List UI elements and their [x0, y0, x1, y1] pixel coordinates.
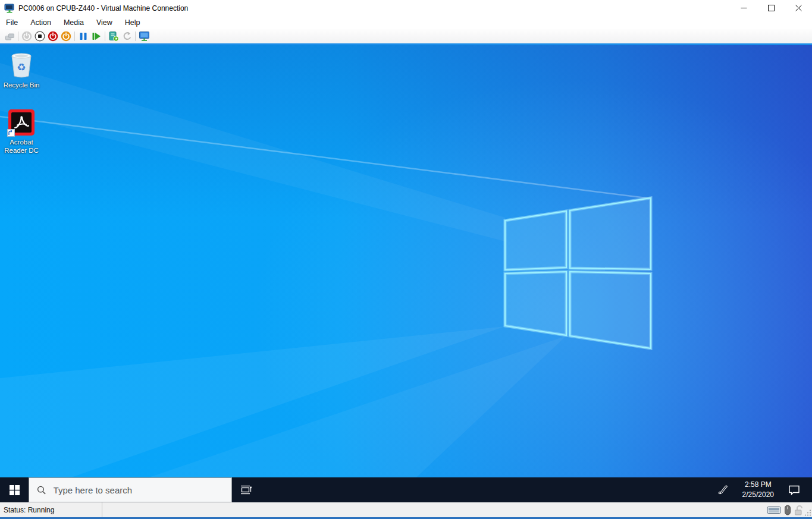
revert-icon [122, 32, 132, 42]
windows-desktop-wallpaper: ♻ Recycle Bin [0, 45, 812, 477]
recycle-bin-icon: ♻ [8, 50, 35, 78]
vm-connection-window: PC0006 on CPUB-Z440 - Virtual Machine Co… [0, 0, 812, 519]
desktop-icon-recycle-bin[interactable]: ♻ Recycle Bin [1, 50, 42, 89]
statusbar-separator [102, 502, 102, 517]
desktop-icon-acrobat-reader[interactable]: Acrobat Reader DC [1, 107, 42, 155]
toolbar-separator [74, 32, 75, 41]
toolbar [0, 29, 812, 43]
menu-action[interactable]: Action [29, 17, 57, 28]
power-start-icon [21, 31, 32, 42]
toolbar-ctrl-alt-del-button [3, 30, 16, 43]
pause-icon [79, 32, 88, 41]
pen-icon [717, 484, 729, 496]
svg-text:♻: ♻ [17, 61, 26, 73]
enhanced-session-monitor-icon [139, 31, 150, 42]
clock-time: 2:58 PM [742, 480, 774, 490]
vm-status-text: Status: Running [0, 506, 102, 514]
toolbar-separator [105, 32, 105, 41]
checkpoint-icon [108, 31, 119, 42]
close-button[interactable] [785, 0, 812, 16]
search-input[interactable] [54, 485, 231, 495]
toolbar-resume-button[interactable] [90, 30, 103, 43]
vm-screen: ♻ Recycle Bin [0, 45, 812, 502]
toolbar-separator [18, 32, 18, 41]
window-title: PC0006 on CPUB-Z440 - Virtual Machine Co… [18, 4, 188, 12]
start-button[interactable] [0, 477, 29, 502]
ctrl-alt-del-icon [5, 32, 15, 42]
clock-date: 2/25/2020 [742, 490, 774, 500]
minimize-icon [741, 5, 747, 11]
menu-help[interactable]: Help [123, 17, 146, 28]
maximize-icon [768, 5, 775, 11]
toolbar-shut-down-button[interactable] [46, 30, 59, 43]
search-icon [37, 485, 46, 495]
shortcut-arrow-icon [7, 129, 15, 137]
toolbar-revert-button [120, 30, 133, 43]
menu-file[interactable]: File [4, 17, 24, 28]
power-save-icon [61, 31, 71, 42]
stop-icon [35, 31, 45, 42]
lock-open-icon [794, 505, 804, 515]
toolbar-checkpoint-button[interactable] [107, 30, 120, 43]
menubar: File Action Media View Help [0, 16, 812, 29]
desktop-icon-label: Acrobat Reader DC [1, 138, 42, 155]
windows-ink-button[interactable] [711, 477, 734, 502]
taskbar-clock[interactable]: 2:58 PM 2/25/2020 [738, 480, 779, 500]
action-center-icon [788, 484, 801, 496]
windows-logo-wallpaper-art [0, 45, 812, 477]
mouse-capture-icon [784, 505, 791, 515]
maximize-button[interactable] [757, 0, 785, 16]
taskbar-search[interactable] [29, 477, 232, 502]
vm-statusbar: Status: Running [0, 502, 812, 517]
toolbar-save-button[interactable] [59, 30, 73, 43]
action-center-button[interactable] [782, 477, 806, 502]
toolbar-pause-button[interactable] [77, 30, 90, 43]
taskbar: 2:58 PM 2/25/2020 [0, 477, 812, 502]
titlebar: PC0006 on CPUB-Z440 - Virtual Machine Co… [0, 0, 812, 16]
vmconnect-app-icon [4, 4, 15, 13]
acrobat-reader-icon [8, 107, 35, 136]
toolbar-enhanced-session-button[interactable] [137, 30, 151, 43]
menu-view[interactable]: View [95, 17, 118, 28]
desktop-icon-label: Recycle Bin [4, 81, 40, 89]
power-shutdown-icon [48, 31, 58, 42]
task-view-icon [240, 484, 252, 496]
close-icon [795, 5, 802, 11]
toolbar-separator [135, 32, 136, 41]
resume-icon [92, 32, 101, 41]
toolbar-turn-off-button[interactable] [33, 30, 46, 43]
keyboard-capture-icon [767, 505, 781, 515]
resize-grip[interactable] [804, 509, 811, 516]
windows-start-icon [10, 485, 20, 495]
toolbar-start-button [20, 30, 33, 43]
system-tray: 2:58 PM 2/25/2020 [711, 477, 812, 502]
minimize-button[interactable] [730, 0, 757, 16]
menu-media[interactable]: Media [62, 17, 90, 28]
task-view-button[interactable] [232, 477, 259, 502]
